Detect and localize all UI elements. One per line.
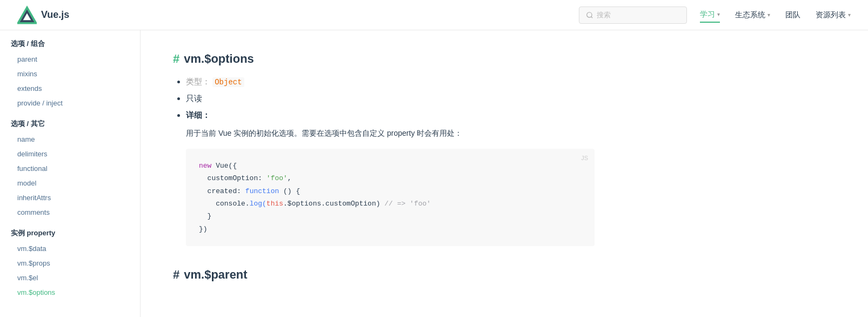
readonly-label: 只读 bbox=[186, 94, 202, 103]
description-text: 用于当前 Vue 实例的初始化选项。需要在选项中包含自定义 property 时… bbox=[186, 127, 595, 140]
search-icon bbox=[586, 11, 593, 19]
learn-chevron-icon: ▾ bbox=[717, 11, 720, 17]
code-lang-badge: JS bbox=[581, 153, 588, 164]
search-box[interactable]: 搜索 bbox=[579, 6, 687, 24]
sidebar-item-functional[interactable]: functional bbox=[0, 161, 140, 176]
code-line-5: } bbox=[199, 210, 582, 222]
next-hash-icon: # bbox=[173, 268, 179, 282]
sidebar-item-model[interactable]: model bbox=[0, 176, 140, 190]
sidebar-section-options-combo: 选项 / 组合 bbox=[0, 30, 140, 52]
nav-item-ecosystem[interactable]: 生态系统 ▾ bbox=[735, 8, 770, 22]
code-line-1: new Vue({ bbox=[199, 160, 582, 172]
next-section-title-text: vm.$parent bbox=[184, 268, 247, 282]
code-line-4: console.log(this.$options.customOption) … bbox=[199, 197, 582, 210]
section-title-vm-options: # vm.$options bbox=[173, 52, 595, 66]
sidebar-item-mixins[interactable]: mixins bbox=[0, 67, 140, 81]
next-section-title: # vm.$parent bbox=[173, 268, 595, 282]
sidebar-item-vm-data[interactable]: vm.$data bbox=[0, 241, 140, 256]
nav-label-learn: 学习 bbox=[700, 10, 715, 19]
sidebar-item-provide-inject[interactable]: provide / inject bbox=[0, 96, 140, 110]
sidebar-item-vm-options[interactable]: vm.$options bbox=[0, 285, 140, 300]
sidebar-item-delimiters[interactable]: delimiters bbox=[0, 147, 140, 161]
nav-label-team: 团队 bbox=[785, 10, 800, 20]
vue-logo-icon bbox=[17, 5, 37, 25]
hash-icon: # bbox=[173, 52, 179, 66]
type-item: 类型： Object bbox=[186, 77, 595, 87]
type-value: Object bbox=[212, 77, 244, 87]
sidebar-item-parent[interactable]: parent bbox=[0, 52, 140, 67]
nav-item-team[interactable]: 团队 bbox=[785, 8, 800, 22]
nav-item-learn[interactable]: 学习 ▾ bbox=[700, 8, 720, 23]
main-nav: 学习 ▾ 生态系统 ▾ 团队 资源列表 ▾ bbox=[700, 8, 851, 23]
main-content: # vm.$options 类型： Object 只读 详细： 用于当前 Vue… bbox=[141, 30, 627, 317]
sidebar-item-extends[interactable]: extends bbox=[0, 81, 140, 96]
sidebar-item-comments[interactable]: comments bbox=[0, 205, 140, 220]
layout: 选项 / 组合 parent mixins extends provide / … bbox=[0, 30, 868, 317]
sidebar-item-inheritattrs[interactable]: inheritAttrs bbox=[0, 190, 140, 205]
property-list: 类型： Object 只读 详细： 用于当前 Vue 实例的初始化选项。需要在选… bbox=[173, 77, 595, 246]
logo-link[interactable]: Vue.js bbox=[17, 5, 69, 25]
nav-label-resources: 资源列表 bbox=[816, 10, 846, 20]
code-block: JS new Vue({ customOption: 'foo', create… bbox=[186, 149, 595, 246]
code-line-3: created: function () { bbox=[199, 185, 582, 197]
sidebar-section-instance-property: 实例 property bbox=[0, 220, 140, 241]
ecosystem-chevron-icon: ▾ bbox=[767, 12, 770, 18]
nav-item-resources[interactable]: 资源列表 ▾ bbox=[816, 8, 851, 22]
resources-chevron-icon: ▾ bbox=[848, 12, 851, 18]
sidebar-item-name[interactable]: name bbox=[0, 132, 140, 147]
svg-point-2 bbox=[587, 12, 592, 17]
nav-label-ecosystem: 生态系统 bbox=[735, 10, 765, 20]
sidebar-item-vm-el[interactable]: vm.$el bbox=[0, 270, 140, 285]
section-title-text: vm.$options bbox=[184, 52, 254, 66]
sidebar: 选项 / 组合 parent mixins extends provide / … bbox=[0, 30, 141, 317]
logo-text: Vue.js bbox=[41, 9, 69, 21]
code-line-6: }) bbox=[199, 223, 582, 235]
type-label: 类型： bbox=[186, 77, 210, 86]
sidebar-item-vm-props[interactable]: vm.$props bbox=[0, 256, 140, 270]
svg-line-3 bbox=[591, 16, 593, 18]
readonly-item: 只读 bbox=[186, 94, 595, 104]
detail-item: 详细： 用于当前 Vue 实例的初始化选项。需要在选项中包含自定义 proper… bbox=[186, 110, 595, 246]
search-placeholder: 搜索 bbox=[597, 10, 611, 20]
detail-label: 详细： bbox=[186, 110, 210, 120]
code-line-2: customOption: 'foo', bbox=[199, 172, 582, 184]
header: Vue.js 搜索 学习 ▾ 生态系统 ▾ 团队 资源列表 ▾ bbox=[0, 0, 868, 30]
sidebar-section-options-other: 选项 / 其它 bbox=[0, 110, 140, 132]
